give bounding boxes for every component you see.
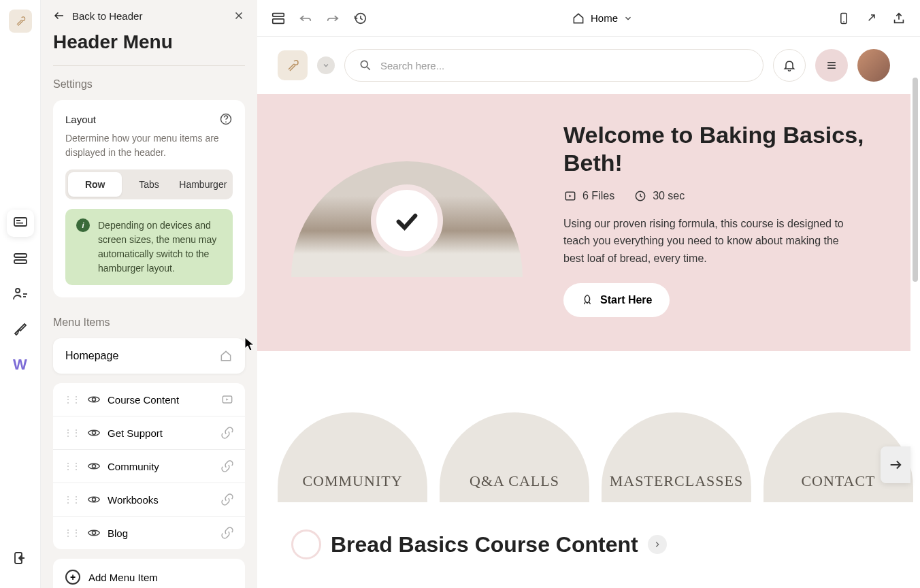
svg-rect-1 <box>16 220 20 221</box>
carousel-next-button[interactable] <box>881 446 910 483</box>
logout-icon <box>12 550 29 566</box>
layout-option-hamburger[interactable]: Hamburger <box>176 172 230 197</box>
start-here-button[interactable]: Start Here <box>563 283 670 317</box>
content-expand-button[interactable] <box>648 535 667 554</box>
category-qa-calls[interactable]: Q&A CALLS <box>440 412 589 502</box>
layouts-icon <box>12 215 29 231</box>
nav-design[interactable] <box>7 316 34 343</box>
redo-icon <box>325 11 340 26</box>
menu-item[interactable]: ⋮⋮ Get Support <box>53 416 245 450</box>
whisk-icon <box>14 14 27 28</box>
layout-toggle-button[interactable] <box>271 11 286 26</box>
eye-icon[interactable] <box>87 526 101 540</box>
home-icon <box>572 12 585 25</box>
link-icon <box>220 459 234 473</box>
home-icon <box>219 349 233 363</box>
svg-rect-2 <box>16 223 23 224</box>
panel-title: Header Menu <box>41 31 257 65</box>
menu-item-label: Get Support <box>108 427 214 439</box>
eye-icon[interactable] <box>87 393 101 406</box>
menu-item-label: Community <box>108 461 214 472</box>
history-button[interactable] <box>352 11 367 26</box>
redo-button[interactable] <box>325 11 340 26</box>
svg-point-16 <box>93 532 96 535</box>
nav-people[interactable] <box>7 280 34 308</box>
svg-point-21 <box>843 21 844 22</box>
layout-option-tabs[interactable]: Tabs <box>122 172 176 197</box>
chevron-down-icon <box>322 61 330 69</box>
notifications-button[interactable] <box>773 49 806 82</box>
svg-line-23 <box>367 67 370 70</box>
menu-item[interactable]: ⋮⋮ Blog <box>53 517 245 549</box>
svg-point-13 <box>93 431 96 435</box>
chevron-down-icon <box>623 14 633 23</box>
topbar: Home <box>257 0 920 37</box>
svg-point-11 <box>93 398 96 402</box>
menu-button[interactable] <box>815 49 848 82</box>
homepage-item[interactable]: Homepage <box>53 338 245 374</box>
menu-items-list: ⋮⋮ Course Content ⋮⋮ Get Support ⋮⋮ Comm… <box>53 383 245 549</box>
svg-rect-17 <box>273 13 284 16</box>
eye-icon[interactable] <box>87 426 101 440</box>
menu-item[interactable]: ⋮⋮ Course Content <box>53 383 245 416</box>
logout-button[interactable] <box>7 544 34 572</box>
menu-item[interactable]: ⋮⋮ Community <box>53 450 245 483</box>
w-logo-icon: W <box>13 356 27 374</box>
svg-point-10 <box>225 121 227 122</box>
open-external-button[interactable] <box>864 12 878 25</box>
hero-check-badge <box>371 184 443 257</box>
search-icon <box>359 59 372 72</box>
drag-handle-icon[interactable]: ⋮⋮ <box>64 495 80 504</box>
add-item-label: Add Menu Item <box>88 572 158 583</box>
nav-brand[interactable]: W <box>7 351 34 378</box>
play-folder-icon <box>220 393 234 406</box>
menu-item-label: Workbooks <box>108 494 214 506</box>
main-area: Home Search here... <box>257 0 920 588</box>
mobile-icon <box>837 12 851 25</box>
layout-title: Layout <box>65 114 96 125</box>
back-button[interactable]: Back to Header <box>53 10 142 22</box>
scrollbar[interactable] <box>913 78 918 282</box>
layout-option-row[interactable]: Row <box>68 172 122 197</box>
nav-layouts[interactable] <box>7 210 34 237</box>
hero-description: Using our proven rising formula, this co… <box>563 215 849 267</box>
drag-handle-icon[interactable]: ⋮⋮ <box>64 395 80 404</box>
preview-logo[interactable] <box>278 50 308 80</box>
hero-section: Welcome to Baking Basics, Beth! 6 Files … <box>257 94 910 351</box>
help-icon[interactable] <box>219 112 233 126</box>
hamburger-icon <box>825 59 838 72</box>
search-input[interactable]: Search here... <box>344 49 763 82</box>
rocket-icon <box>581 294 593 306</box>
drag-handle-icon[interactable]: ⋮⋮ <box>64 428 80 438</box>
undo-button[interactable] <box>298 11 313 26</box>
preview-variant-toggle[interactable] <box>317 56 335 74</box>
search-placeholder: Search here... <box>380 60 444 71</box>
close-button[interactable] <box>233 10 245 22</box>
sidebar-panel: Back to Header Header Menu Settings Layo… <box>41 0 257 588</box>
menu-item-label: Blog <box>108 527 214 539</box>
nav-lists[interactable] <box>7 245 34 272</box>
page-selector[interactable]: Home <box>572 12 633 25</box>
app-logo[interactable] <box>9 10 32 33</box>
hero-title: Welcome to Baking Basics, Beth! <box>563 121 876 177</box>
drag-handle-icon[interactable]: ⋮⋮ <box>64 461 80 471</box>
hero-duration-meta: 30 sec <box>634 189 685 203</box>
category-masterclasses[interactable]: MASTERCLASSES <box>602 412 751 502</box>
menu-item[interactable]: ⋮⋮ Workbooks <box>53 483 245 517</box>
avatar[interactable] <box>857 49 890 82</box>
layout-info-text: Depending on devices and screen sizes, t… <box>98 218 222 276</box>
eye-icon[interactable] <box>87 459 101 473</box>
arrow-left-icon <box>53 10 65 22</box>
share-icon <box>891 11 906 26</box>
share-button[interactable] <box>891 11 906 26</box>
chevron-right-icon <box>653 540 662 549</box>
mobile-preview-button[interactable] <box>837 12 851 25</box>
link-icon <box>220 493 234 506</box>
category-community[interactable]: COMMUNITY <box>278 412 427 502</box>
add-menu-item-button[interactable]: + Add Menu Item <box>53 559 245 588</box>
drag-handle-icon[interactable]: ⋮⋮ <box>64 528 80 538</box>
eye-icon[interactable] <box>87 493 101 506</box>
svg-point-15 <box>93 498 96 502</box>
whisk-icon <box>284 57 301 74</box>
svg-point-22 <box>361 61 367 67</box>
